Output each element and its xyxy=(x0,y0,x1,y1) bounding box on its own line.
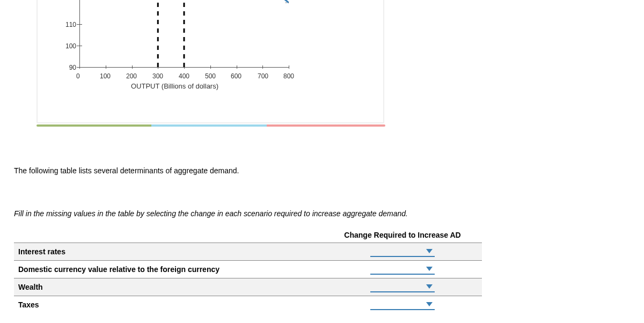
table-row: Taxes xyxy=(14,296,482,314)
col2-header: Change Required to Increase AD xyxy=(323,227,482,243)
x-tick-label: 100 xyxy=(100,72,111,80)
x-axis-label: OUTPUT (Billions of dollars) xyxy=(131,82,218,90)
chart-svg xyxy=(79,0,289,67)
x-tick-label: 500 xyxy=(205,72,216,80)
instruction-text: Fill in the missing values in the table … xyxy=(14,209,615,218)
x-tick-label: 200 xyxy=(126,72,137,80)
table-row: Interest rates xyxy=(14,243,482,261)
col1-header xyxy=(14,227,323,243)
intro-text: The following table lists several determ… xyxy=(14,166,615,175)
table-row: Domestic currency value relative to the … xyxy=(14,261,482,278)
y-tick-label: 90 xyxy=(60,64,76,71)
page-root: 90 100 110 0 100 200 300 400 500 600 700… xyxy=(0,0,644,323)
chevron-down-icon xyxy=(426,249,433,253)
plot-area: 90 100 110 0 100 200 300 400 500 600 700… xyxy=(79,0,289,67)
section-divider xyxy=(36,124,385,127)
x-tick-label: 600 xyxy=(231,72,241,80)
dropdown-taxes[interactable] xyxy=(370,299,435,310)
x-tick-label: 800 xyxy=(283,72,294,80)
dropdown-currency-value[interactable] xyxy=(370,264,435,275)
dropdown-interest-rates[interactable] xyxy=(370,246,435,257)
chevron-down-icon xyxy=(426,302,433,306)
x-tick-label: 300 xyxy=(152,72,163,80)
row-label: Wealth xyxy=(18,283,43,291)
chevron-down-icon xyxy=(426,267,433,271)
row-label: Domestic currency value relative to the … xyxy=(18,265,219,274)
determinants-table: Change Required to Increase AD Interest … xyxy=(14,227,482,313)
chevron-down-icon xyxy=(426,284,433,289)
determinants-table-wrap: Change Required to Increase AD Interest … xyxy=(14,227,615,313)
x-tick-label: 700 xyxy=(258,72,268,80)
y-tick-label: 100 xyxy=(60,42,76,50)
dropdown-wealth[interactable] xyxy=(370,282,435,292)
row-label: Interest rates xyxy=(18,247,65,256)
x-tick-label: 0 xyxy=(76,72,80,80)
row-label: Taxes xyxy=(18,300,39,309)
ad1-line xyxy=(184,0,289,3)
y-tick-label: 110 xyxy=(60,21,76,28)
table-row: Wealth xyxy=(14,278,482,296)
x-tick-label: 400 xyxy=(179,72,189,80)
x-tick xyxy=(289,65,289,69)
